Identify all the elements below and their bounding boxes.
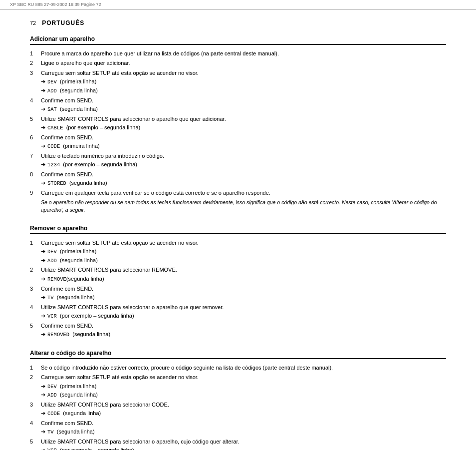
sub-item: ➔ REMOVE (segunda linha) — [41, 275, 446, 283]
list-text: Confirme com SEND. ➔ CODE (primeira linh… — [41, 134, 446, 150]
header-bar: XP SBC RU 885 27-09-2002 16:39 Pagine 72 — [0, 0, 476, 9]
arrow-icon: ➔ — [41, 391, 45, 399]
display-value: STORED — [47, 180, 66, 187]
list-num: 1 — [30, 50, 38, 57]
list-item: 5 Utilize SMART CONTROLS para selecciona… — [30, 438, 446, 450]
list-item: 1 Se o código introduzido não estiver co… — [30, 364, 446, 372]
list-item: 2 Ligue o aparelho que quer adicionar. — [30, 59, 446, 67]
list-item: 3 Utilize SMART CONTROLS para selecciona… — [30, 401, 446, 418]
arrow-icon: ➔ — [41, 248, 45, 255]
list-num: 3 — [30, 285, 38, 293]
header-text: XP SBC RU 885 27-09-2002 16:39 Pagine 72 — [10, 2, 101, 7]
page-language: PORTUGUÊS — [42, 19, 84, 26]
list-text: Carregue sem soltar SETUP até esta opção… — [41, 239, 446, 265]
list-adicionar: 1 Procure a marca do aparelho que quer u… — [30, 50, 446, 214]
sub-item: ➔ SAT (segunda linha) — [41, 105, 446, 113]
list-item: 2 Utilize SMART CONTROLS para selecciona… — [30, 266, 446, 283]
sub-text: (primeira linha) — [57, 78, 96, 85]
display-value: ADD — [47, 392, 57, 399]
list-num: 2 — [30, 374, 38, 381]
list-item: 6 Confirme com SEND. ➔ CODE (primeira li… — [30, 134, 446, 150]
sub-text: (por exemplo – segunda linha) — [57, 447, 134, 450]
display-value: TV — [47, 429, 54, 436]
sub-item: ➔ REMOVED (segunda linha) — [41, 331, 446, 339]
list-num: 1 — [30, 239, 38, 247]
list-item: 5 Confirme com SEND. ➔ REMOVED (segunda … — [30, 322, 446, 339]
display-value: DEV — [47, 248, 57, 256]
display-value: VCR — [47, 313, 57, 320]
list-item: 4 Utilize SMART CONTROLS para selecciona… — [30, 304, 446, 320]
list-num: 2 — [30, 59, 38, 67]
arrow-icon: ➔ — [41, 275, 45, 283]
sub-item: ➔ DEV (primeira linha) — [41, 383, 446, 391]
list-num: 5 — [30, 322, 38, 330]
sub-text: (primeira linha) — [60, 142, 99, 150]
display-value: REMOVE — [47, 276, 66, 283]
sub-item: ➔ DEV (primeira linha) — [41, 78, 446, 86]
sub-item: ➔ TV (segunda linha) — [41, 428, 446, 436]
list-num: 7 — [30, 152, 38, 160]
sub-text: (segunda linha) — [69, 331, 110, 338]
list-item: 5 Utilize SMART CONTROLS para selecciona… — [30, 115, 446, 132]
list-item: 1 Procure a marca do aparelho que quer u… — [30, 50, 446, 57]
list-num: 5 — [30, 115, 38, 123]
sub-text: (segunda linha) — [66, 275, 104, 283]
arrow-icon: ➔ — [41, 142, 45, 150]
list-item: 1 Carregue sem soltar SETUP até esta opç… — [30, 239, 446, 265]
list-num: 1 — [30, 364, 38, 372]
arrow-icon: ➔ — [41, 383, 45, 390]
list-num: 6 — [30, 134, 38, 141]
list-item: 3 Carregue sem soltar SETUP até esta opç… — [30, 69, 446, 95]
list-text: Carregue em qualquer tecla para verifica… — [41, 189, 446, 214]
display-value: REMOVED — [47, 331, 69, 339]
sub-text: (por exemplo – segunda linha) — [63, 124, 141, 131]
list-alterar: 1 Se o código introduzido não estiver co… — [30, 364, 446, 450]
arrow-icon: ➔ — [41, 87, 45, 94]
list-item: 7 Utilize o teclado numérico para introd… — [30, 152, 446, 169]
sub-item: ➔ TV (segunda linha) — [41, 294, 446, 302]
arrow-icon: ➔ — [41, 179, 45, 187]
list-item: 9 Carregue em qualquer tecla para verifi… — [30, 189, 446, 214]
display-value: ADD — [47, 257, 57, 265]
page-number: 72 — [30, 20, 36, 26]
list-item: 4 Confirme com SEND. ➔ SAT (segunda linh… — [30, 97, 446, 113]
sub-text: (primeira linha) — [57, 383, 96, 390]
list-num: 8 — [30, 171, 38, 178]
section-adicionar: Adicionar um aparelho 1 Procure a marca … — [30, 35, 446, 214]
sub-text: (por exemplo – segunda linha) — [57, 312, 134, 320]
list-text: Utilize SMART CONTROLS para seleccionar … — [41, 266, 446, 283]
display-value: SAT — [47, 106, 57, 113]
section-remover: Remover o aparelho 1 Carregue sem soltar… — [30, 225, 446, 339]
list-item: 2 Carregue sem soltar SETUP até esta opç… — [30, 374, 446, 399]
arrow-icon: ➔ — [41, 294, 45, 301]
section-title-alterar: Alterar o código do aparelho — [30, 350, 446, 359]
display-value: TV — [47, 294, 54, 302]
sub-text: (segunda linha) — [60, 410, 101, 417]
sub-text: (por exemplo – segunda linha) — [60, 161, 137, 168]
sub-item: ➔ STORED (segunda linha) — [41, 179, 446, 187]
section-title-adicionar: Adicionar um aparelho — [30, 35, 446, 45]
list-text: Utilize SMART CONTROLS para seleccionar … — [41, 304, 446, 320]
sub-text: (segunda linha) — [57, 87, 98, 94]
sub-item: ➔ VCR (por exemplo – segunda linha) — [41, 447, 446, 450]
display-value: CABLE — [47, 124, 63, 132]
sub-item: ➔ CODE (segunda linha) — [41, 410, 446, 418]
sub-text: (segunda linha) — [66, 179, 107, 187]
list-text: Confirme com SEND. ➔ STORED (segunda lin… — [41, 171, 446, 187]
sub-item: ➔ CODE (primeira linha) — [41, 142, 446, 150]
list-remover: 1 Carregue sem soltar SETUP até esta opç… — [30, 239, 446, 339]
sub-item: ➔ ADD (segunda linha) — [41, 391, 446, 399]
display-value: CODE — [47, 410, 60, 418]
list-text: Utilize SMART CONTROLS para seleccionar … — [41, 438, 446, 450]
sub-text: (primeira linha) — [57, 248, 96, 255]
list-item: 4 Confirme com SEND. ➔ TV (segunda linha… — [30, 420, 446, 436]
section-title-remover: Remover o aparelho — [30, 225, 446, 234]
sub-text: (segunda linha) — [54, 428, 95, 436]
list-num: 3 — [30, 69, 38, 77]
sub-item: ➔ CABLE (por exemplo – segunda linha) — [41, 124, 446, 132]
sub-text: (segunda linha) — [57, 391, 98, 399]
sub-item: ➔ 1234 (por exemplo – segunda linha) — [41, 161, 446, 169]
list-num: 2 — [30, 266, 38, 274]
arrow-icon: ➔ — [41, 257, 45, 264]
list-item: 8 Confirme com SEND. ➔ STORED (segunda l… — [30, 171, 446, 187]
